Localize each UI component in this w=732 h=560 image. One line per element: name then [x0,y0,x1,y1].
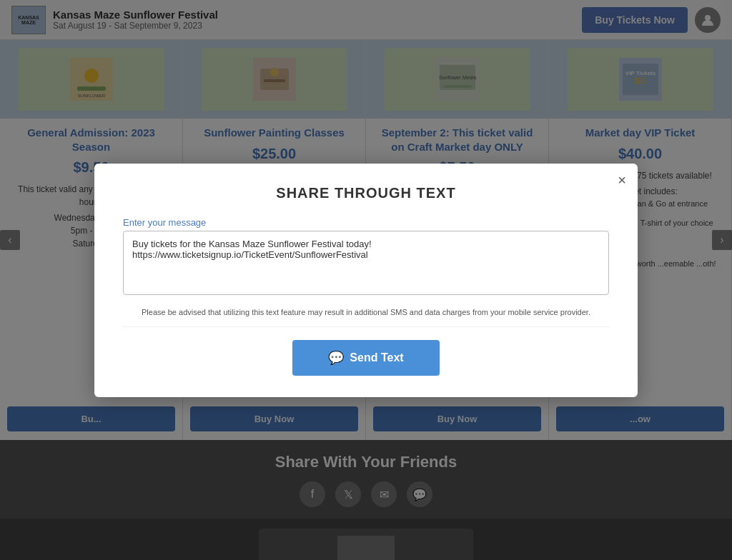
send-btn-inner: 💬 Send Text [328,350,403,366]
modal-notice: Please be advised that utilizing this te… [123,308,609,327]
message-label: Enter your message [123,217,609,228]
message-textarea[interactable]: Buy tickets for the Kansas Maze Sunflowe… [123,231,609,295]
send-text-button[interactable]: 💬 Send Text [292,340,439,376]
speech-bubble-icon: 💬 [328,350,344,366]
modal-title: SHARE THROUGH TEXT [123,185,609,201]
modal-overlay[interactable]: × SHARE THROUGH TEXT Enter your message … [0,0,732,560]
send-text-label: Send Text [350,351,403,364]
modal-close-button[interactable]: × [618,172,626,189]
modal-dialog: × SHARE THROUGH TEXT Enter your message … [94,164,638,397]
